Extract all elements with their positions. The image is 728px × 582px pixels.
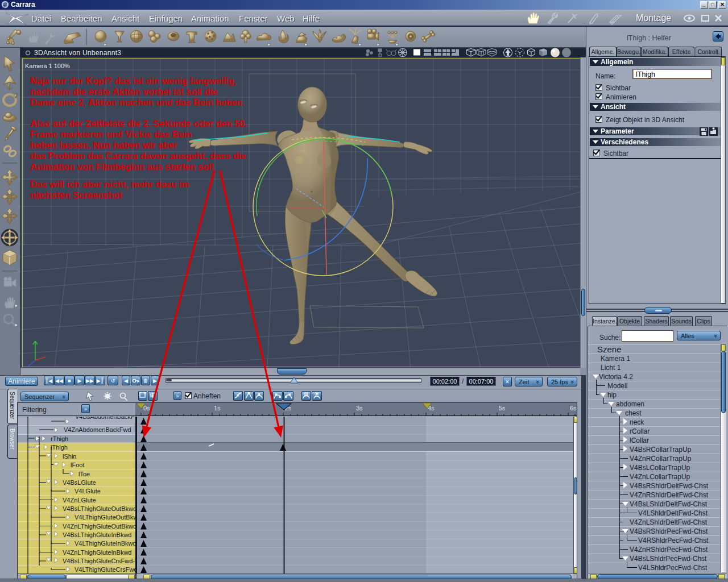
svg-text:c: c: [3, 3, 6, 9]
